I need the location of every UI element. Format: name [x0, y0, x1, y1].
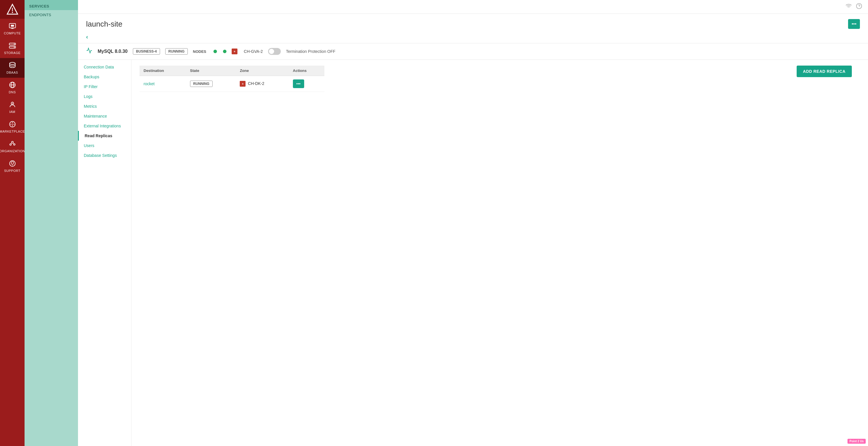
plan-badge: BUSINESS-4 [133, 48, 160, 55]
svg-line-26 [11, 143, 11, 144]
more-actions-button[interactable]: ••• [848, 19, 860, 29]
menu-item-ip-filter[interactable]: IP Filter [78, 82, 131, 92]
svg-point-23 [11, 141, 13, 143]
termination-toggle[interactable] [268, 48, 281, 55]
top-bar [78, 0, 868, 14]
replica-table: Destination State Zone Actions rocket [140, 66, 324, 92]
menu-item-backups[interactable]: Backups [78, 72, 131, 82]
node-dot-2 [223, 50, 226, 53]
nav-item-dbaas[interactable]: DBAAS [0, 58, 25, 78]
svg-point-19 [12, 124, 13, 125]
main-panel: Destination State Zone Actions rocket [131, 60, 868, 446]
content-area: Connection Data Backups IP Filter Logs M… [78, 60, 868, 446]
svg-point-20 [13, 124, 14, 125]
db-icon [86, 47, 92, 56]
logo[interactable] [0, 0, 25, 19]
nav-item-iam[interactable]: IAM [0, 97, 25, 117]
menu-item-users[interactable]: Users [78, 141, 131, 151]
status-badge: RUNNING [165, 48, 188, 55]
panel-row: Destination State Zone Actions rocket [140, 66, 860, 92]
row-actions-button[interactable]: ••• [293, 79, 304, 88]
wifi-icon[interactable] [845, 3, 852, 11]
menu-item-metrics[interactable]: Metrics [78, 101, 131, 111]
nav-item-marketplace[interactable]: MARKETPLACE [0, 117, 25, 137]
left-nav: COMPUTE STORAGE DBAAS DNS IAM MARKETPLAC… [0, 0, 25, 446]
termination-label: Termination Protection OFF [286, 49, 335, 54]
sidebar-section-services: SERVICES [25, 0, 78, 10]
nav-item-storage[interactable]: STORAGE [0, 38, 25, 58]
table-row: rocket RUNNING + CH-DK-2 ••• [140, 76, 324, 92]
menu-item-external-integrations[interactable]: External Integrations [78, 121, 131, 131]
back-button[interactable]: ‹ [86, 33, 88, 40]
col-actions: Actions [289, 66, 324, 76]
nav-item-dns[interactable]: DNS [0, 78, 25, 97]
back-row: ‹ [78, 32, 868, 43]
svg-point-11 [9, 62, 15, 65]
menu-item-logs[interactable]: Logs [78, 92, 131, 101]
nodes-label: NODES [193, 50, 206, 54]
state-badge: RUNNING [190, 81, 213, 87]
svg-line-27 [13, 143, 14, 144]
svg-point-29 [12, 165, 12, 165]
row-zone-flag: + [240, 81, 246, 87]
zone-flag: + [232, 49, 238, 54]
help-icon[interactable] [856, 3, 862, 11]
secondary-sidebar: SERVICES ENDPOINTS [25, 0, 78, 446]
destination-link[interactable]: rocket [144, 82, 155, 86]
nav-item-support[interactable]: SUPPORT [0, 156, 25, 176]
cell-destination: rocket [140, 76, 186, 92]
cell-state: RUNNING [186, 76, 236, 92]
row-zone-label: CH-DK-2 [248, 81, 264, 86]
watermark: Point 2 Us [847, 439, 866, 444]
node-dot-1 [213, 50, 217, 53]
service-info-bar: MySQL 8.0.30 BUSINESS-4 RUNNING NODES + … [78, 43, 868, 60]
sidebar-link-endpoints[interactable]: ENDPOINTS [25, 10, 78, 20]
add-read-replica-button[interactable]: ADD READ REPLICA [797, 66, 852, 77]
page-title: launch-site [86, 20, 122, 29]
menu-item-read-replicas[interactable]: Read Replicas [78, 131, 131, 141]
menu-item-maintenance[interactable]: Maintenance [78, 111, 131, 121]
menu-item-connection-data[interactable]: Connection Data [78, 62, 131, 72]
side-menu: Connection Data Backups IP Filter Logs M… [78, 60, 131, 446]
service-name: MySQL 8.0.30 [98, 49, 128, 54]
zone-label: CH-GVA-2 [244, 49, 263, 54]
svg-point-21 [12, 122, 13, 123]
col-zone: Zone [236, 66, 288, 76]
svg-point-10 [13, 47, 14, 47]
cell-actions: ••• [289, 76, 324, 92]
page-header: launch-site ••• [78, 14, 868, 32]
menu-item-database-settings[interactable]: Database Settings [78, 151, 131, 160]
col-state: State [186, 66, 236, 76]
svg-point-2 [12, 12, 13, 13]
svg-point-16 [12, 103, 13, 104]
svg-point-22 [12, 125, 13, 126]
nav-item-organization[interactable]: ORGANIZATION [0, 137, 25, 156]
svg-point-18 [10, 124, 11, 125]
col-destination: Destination [140, 66, 186, 76]
nav-item-compute[interactable]: COMPUTE [0, 19, 25, 38]
svg-point-9 [13, 43, 14, 44]
cell-zone: + CH-DK-2 [236, 76, 288, 92]
svg-rect-4 [11, 25, 14, 27]
main-content: launch-site ••• ‹ MySQL 8.0.30 BUSINESS-… [78, 0, 868, 446]
